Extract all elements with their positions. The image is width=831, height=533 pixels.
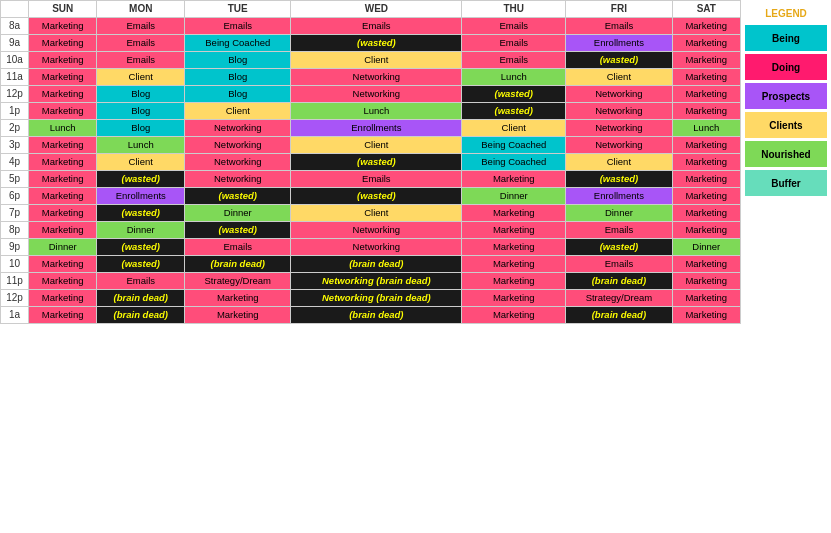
- schedule-cell: (brain dead): [566, 307, 672, 324]
- schedule-cell: Blog: [97, 120, 185, 137]
- schedule-cell: Being Coached: [462, 137, 566, 154]
- table-row: 11pMarketingEmailsStrategy/DreamNetworki…: [1, 273, 741, 290]
- schedule-cell: Networking: [185, 120, 291, 137]
- schedule-cell: Client: [566, 154, 672, 171]
- schedule-cell: (wasted): [185, 188, 291, 205]
- schedule-cell: Marketing: [29, 222, 97, 239]
- day-header-wed: WED: [291, 1, 462, 18]
- schedule-cell: Marketing: [29, 205, 97, 222]
- schedule-cell: Marketing: [672, 35, 740, 52]
- schedule-cell: Dinner: [672, 239, 740, 256]
- schedule-cell: Networking: [185, 137, 291, 154]
- table-row: 12pMarketing(brain dead)MarketingNetwork…: [1, 290, 741, 307]
- schedule-cell: Marketing: [29, 18, 97, 35]
- schedule-cell: Marketing: [29, 52, 97, 69]
- schedule-cell: Networking: [291, 239, 462, 256]
- schedule-cell: Networking: [566, 86, 672, 103]
- schedule-cell: Marketing: [462, 239, 566, 256]
- schedule-cell: Marketing: [29, 154, 97, 171]
- schedule-cell: Networking: [566, 137, 672, 154]
- schedule-cell: Emails: [291, 171, 462, 188]
- schedule-cell: Marketing: [462, 171, 566, 188]
- schedule-cell: Emails: [566, 18, 672, 35]
- legend-panel: LEGEND BeingDoingProspectsClientsNourish…: [741, 0, 831, 324]
- schedule-cell: (brain dead): [97, 307, 185, 324]
- schedule-cell: Dinner: [462, 188, 566, 205]
- schedule-cell: Blog: [185, 52, 291, 69]
- table-row: 1aMarketing(brain dead)Marketing(brain d…: [1, 307, 741, 324]
- schedule-cell: Blog: [97, 103, 185, 120]
- schedule-cell: Marketing: [29, 256, 97, 273]
- schedule-cell: Client: [462, 120, 566, 137]
- schedule-cell: Blog: [185, 86, 291, 103]
- schedule-cell: Client: [566, 69, 672, 86]
- schedule-cell: Client: [97, 69, 185, 86]
- schedule-cell: Client: [97, 154, 185, 171]
- schedule-cell: (wasted): [185, 222, 291, 239]
- time-cell: 11p: [1, 273, 29, 290]
- table-row: 5pMarketing(wasted)NetworkingEmailsMarke…: [1, 171, 741, 188]
- schedule-cell: Networking: [185, 171, 291, 188]
- schedule-cell: Marketing: [672, 69, 740, 86]
- legend-item-nourished: Nourished: [745, 141, 827, 167]
- schedule-cell: (wasted): [97, 239, 185, 256]
- schedule-cell: Marketing: [29, 103, 97, 120]
- time-cell: 1a: [1, 307, 29, 324]
- time-header: [1, 1, 29, 18]
- schedule-cell: Networking: [291, 222, 462, 239]
- schedule-cell: (wasted): [291, 154, 462, 171]
- schedule-cell: Marketing: [462, 222, 566, 239]
- schedule-cell: Client: [185, 103, 291, 120]
- schedule-cell: Marketing: [29, 171, 97, 188]
- schedule-cell: Marketing: [185, 290, 291, 307]
- schedule-cell: Marketing: [462, 307, 566, 324]
- legend-title: LEGEND: [745, 4, 827, 25]
- schedule-cell: Marketing: [462, 273, 566, 290]
- schedule-cell: Enrollments: [566, 35, 672, 52]
- schedule-cell: (wasted): [462, 86, 566, 103]
- schedule-cell: Lunch: [462, 69, 566, 86]
- table-row: 4pMarketingClientNetworking(wasted)Being…: [1, 154, 741, 171]
- schedule-cell: Networking (brain dead): [291, 273, 462, 290]
- schedule-cell: Emails: [462, 52, 566, 69]
- table-row: 10Marketing(wasted)(brain dead)(brain de…: [1, 256, 741, 273]
- schedule-cell: Strategy/Dream: [185, 273, 291, 290]
- schedule-cell: Marketing: [462, 256, 566, 273]
- schedule-cell: Networking: [291, 69, 462, 86]
- time-cell: 12p: [1, 86, 29, 103]
- day-header-tue: TUE: [185, 1, 291, 18]
- time-cell: 10a: [1, 52, 29, 69]
- schedule-cell: Marketing: [672, 171, 740, 188]
- time-cell: 1p: [1, 103, 29, 120]
- schedule-cell: Networking (brain dead): [291, 290, 462, 307]
- schedule-cell: Marketing: [672, 154, 740, 171]
- day-header-thu: THU: [462, 1, 566, 18]
- schedule-cell: (wasted): [291, 35, 462, 52]
- table-row: 3pMarketingLunchNetworkingClientBeing Co…: [1, 137, 741, 154]
- schedule-cell: (wasted): [566, 52, 672, 69]
- schedule-cell: Marketing: [672, 52, 740, 69]
- schedule-cell: Marketing: [29, 290, 97, 307]
- schedule-cell: (wasted): [291, 188, 462, 205]
- time-cell: 6p: [1, 188, 29, 205]
- schedule-cell: Marketing: [29, 86, 97, 103]
- time-cell: 4p: [1, 154, 29, 171]
- schedule-cell: Networking: [566, 103, 672, 120]
- schedule-cell: Marketing: [185, 307, 291, 324]
- table-row: 2pLunchBlogNetworkingEnrollmentsClientNe…: [1, 120, 741, 137]
- schedule-cell: Lunch: [291, 103, 462, 120]
- schedule-cell: Marketing: [462, 290, 566, 307]
- time-cell: 3p: [1, 137, 29, 154]
- time-cell: 9p: [1, 239, 29, 256]
- schedule-cell: (wasted): [97, 205, 185, 222]
- schedule-cell: Emails: [462, 18, 566, 35]
- time-cell: 7p: [1, 205, 29, 222]
- schedule-cell: Marketing: [672, 256, 740, 273]
- schedule-cell: Client: [291, 205, 462, 222]
- schedule-cell: Marketing: [462, 205, 566, 222]
- schedule-cell: Lunch: [97, 137, 185, 154]
- table-row: 10aMarketingEmailsBlogClientEmails(waste…: [1, 52, 741, 69]
- schedule-cell: Marketing: [29, 35, 97, 52]
- schedule-cell: Dinner: [29, 239, 97, 256]
- schedule-cell: Being Coached: [185, 35, 291, 52]
